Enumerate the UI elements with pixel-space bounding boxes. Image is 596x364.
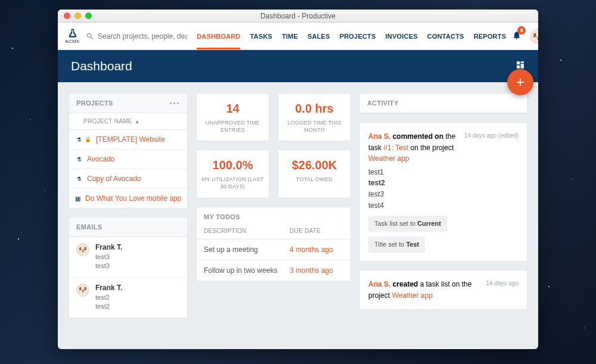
project-row[interactable]: ▦ Do What You Love mobile app xyxy=(69,189,187,208)
project-row[interactable]: ⚗ Copy of Avocado xyxy=(69,169,187,189)
sort-asc-icon: ▲ xyxy=(135,119,140,125)
activity-title: ACTIVITY xyxy=(367,99,399,107)
dashboard-content: PROJECTS ••• PROJECT NAME ▲ ⚗ 🔒 [TEMPLAT… xyxy=(58,82,538,349)
titlebar: Dashboard - Productive xyxy=(58,10,538,23)
activity-chip: Task list set to Current xyxy=(368,216,447,232)
todo-row[interactable]: Set up a meeting 4 months ago xyxy=(197,239,350,260)
email-row[interactable]: 🐶 Frank T. test3 test3 xyxy=(69,237,187,278)
project-row[interactable]: ⚗ 🔒 [TEMPLATE] Website xyxy=(69,130,187,150)
avatar: 🐶 xyxy=(530,29,538,44)
nav-time[interactable]: TIME xyxy=(282,23,298,49)
search-icon xyxy=(86,32,94,41)
project-link[interactable]: Weather app xyxy=(392,291,433,300)
nav-tasks[interactable]: TASKS xyxy=(250,23,272,49)
todos-title: MY TODOS xyxy=(204,213,240,220)
nav-sales[interactable]: SALES xyxy=(308,23,330,49)
stat-owed[interactable]: $26.00K TOTAL OWED xyxy=(278,150,351,198)
page-header: Dashboard + xyxy=(58,50,538,82)
nav-contacts[interactable]: CONTACTS xyxy=(427,23,464,49)
search-container xyxy=(86,32,191,41)
activity-time: 14 days ago (edited) xyxy=(464,131,519,141)
flask-icon: ⚗ xyxy=(75,175,82,182)
avatar: 🐶 xyxy=(76,284,89,297)
page-title: Dashboard xyxy=(71,59,132,73)
flask-icon: ⚗ xyxy=(75,136,82,143)
emails-title: EMAILS xyxy=(76,223,102,231)
email-row[interactable]: 🐶 Frank T. test2 test2 xyxy=(69,278,187,318)
comment-body: test1 test2 test3 test4 xyxy=(368,167,519,211)
notification-badge: 8 xyxy=(517,26,526,35)
grid-icon xyxy=(516,60,525,70)
nav-invoices[interactable]: INVOICES xyxy=(386,23,418,49)
projects-title: PROJECTS xyxy=(76,99,113,107)
stat-logged[interactable]: 0.0 hrs LOGGED TIME THIS MONTH xyxy=(278,93,351,141)
activity-chip: Title set to Test xyxy=(368,237,425,253)
top-nav: ACME DASHBOARD TASKS TIME SALES PROJECTS… xyxy=(58,23,538,50)
stat-utilization[interactable]: 100.0% MY UTILIZATION (LAST 30 DAYS) xyxy=(196,150,269,198)
stat-unapproved[interactable]: 14 UNAPPROVED TIME ENTRIES xyxy=(196,93,269,141)
nav-projects[interactable]: PROJECTS xyxy=(340,23,376,49)
nav-dashboard[interactable]: DASHBOARD xyxy=(197,23,240,49)
flask-icon xyxy=(67,28,78,39)
project-link[interactable]: Weather app xyxy=(368,154,409,163)
nav-reports[interactable]: REPORTS xyxy=(474,23,507,49)
projects-card: PROJECTS ••• PROJECT NAME ▲ ⚗ 🔒 [TEMPLAT… xyxy=(69,93,188,209)
avatar: 🐶 xyxy=(76,243,89,256)
todos-card: MY TODOS DESCRIPTION DUE DATE Set up a m… xyxy=(196,207,351,282)
notifications-button[interactable]: 8 xyxy=(512,30,522,42)
search-input[interactable] xyxy=(98,32,187,41)
add-button[interactable]: + xyxy=(507,69,533,95)
activity-item[interactable]: Ana S. commented on the task #1: Test on… xyxy=(359,122,527,262)
task-link[interactable]: #1: Test xyxy=(383,144,408,152)
flask-icon: ⚗ xyxy=(75,155,82,163)
emails-card: EMAILS 🐶 Frank T. test3 test3 🐶 Frank xyxy=(69,217,188,319)
col-due: DUE DATE xyxy=(290,228,343,234)
activity-item[interactable]: Ana S. created a task list on the projec… xyxy=(359,270,527,310)
col-description: DESCRIPTION xyxy=(204,228,290,234)
project-row[interactable]: ⚗ Avocado xyxy=(69,150,187,169)
lock-icon: 🔒 xyxy=(85,136,91,142)
app-window: Dashboard - Productive ACME DASHBOARD TA… xyxy=(58,10,538,349)
projects-more-button[interactable]: ••• xyxy=(169,99,180,107)
window-title: Dashboard - Productive xyxy=(58,12,538,20)
grid-icon: ▦ xyxy=(75,195,80,202)
activity-card: ACTIVITY xyxy=(359,93,527,114)
brand-logo[interactable]: ACME xyxy=(65,28,80,44)
todo-row[interactable]: Follow up in two weeks 3 months ago xyxy=(197,260,350,281)
activity-time: 14 days ago xyxy=(486,279,519,288)
nav-links: DASHBOARD TASKS TIME SALES PROJECTS INVO… xyxy=(197,23,506,49)
user-menu[interactable]: 🐶 xyxy=(530,29,538,44)
projects-column-header[interactable]: PROJECT NAME ▲ xyxy=(69,113,187,130)
